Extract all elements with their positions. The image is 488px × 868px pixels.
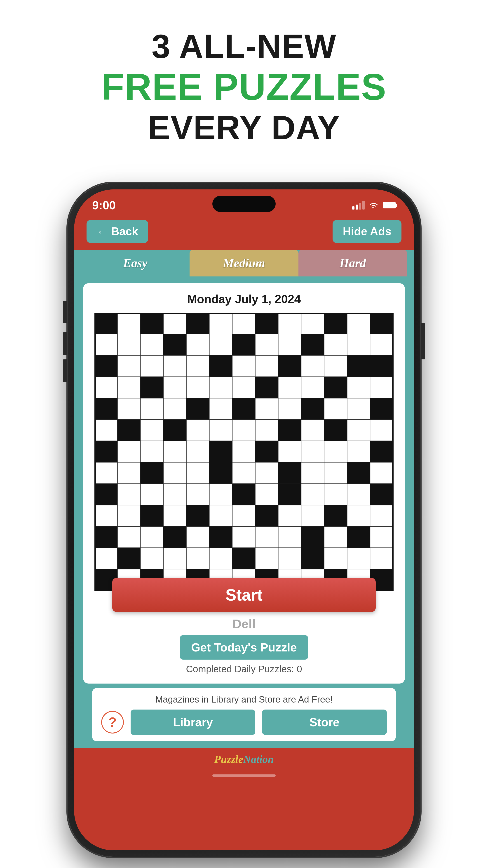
tab-hard[interactable]: Hard bbox=[298, 250, 407, 276]
dynamic-island bbox=[213, 196, 275, 212]
svg-rect-71 bbox=[118, 548, 140, 569]
svg-rect-28 bbox=[255, 313, 278, 334]
hide-ads-button[interactable]: Hide Ads bbox=[332, 220, 401, 243]
nav-bar: ← Back Hide Ads bbox=[74, 214, 414, 250]
bottom-section: Magazines in Library and Store are Ad Fr… bbox=[92, 688, 396, 741]
svg-rect-50 bbox=[94, 441, 118, 463]
svg-rect-40 bbox=[324, 377, 347, 398]
app-footer: PuzzleNation bbox=[74, 748, 414, 770]
svg-rect-60 bbox=[278, 484, 301, 505]
completed-count: Completed Daily Puzzles: 0 bbox=[94, 664, 394, 675]
svg-rect-38 bbox=[140, 377, 163, 398]
phone-mockup: 9:00 ← bbox=[68, 183, 420, 857]
svg-rect-69 bbox=[301, 526, 324, 548]
svg-rect-73 bbox=[301, 548, 324, 569]
svg-rect-26 bbox=[140, 313, 163, 334]
svg-rect-30 bbox=[370, 313, 394, 334]
status-icons bbox=[352, 201, 396, 210]
start-button[interactable]: Start bbox=[112, 578, 376, 612]
svg-rect-31 bbox=[163, 334, 186, 355]
svg-rect-51 bbox=[209, 441, 232, 463]
svg-rect-66 bbox=[94, 526, 118, 548]
svg-rect-63 bbox=[186, 505, 209, 526]
svg-rect-42 bbox=[186, 398, 209, 420]
crossword-svg bbox=[94, 313, 394, 590]
phone-screen: 9:00 ← bbox=[74, 189, 414, 850]
svg-rect-56 bbox=[278, 462, 301, 484]
svg-rect-32 bbox=[232, 334, 255, 355]
svg-rect-44 bbox=[301, 398, 324, 420]
svg-rect-52 bbox=[255, 441, 278, 463]
home-indicator bbox=[74, 770, 414, 781]
phone-shell: 9:00 ← bbox=[68, 183, 420, 857]
tab-easy[interactable]: Easy bbox=[81, 250, 190, 276]
svg-rect-27 bbox=[186, 313, 209, 334]
svg-rect-62 bbox=[140, 505, 163, 526]
svg-rect-48 bbox=[278, 420, 301, 441]
svg-rect-49 bbox=[324, 420, 347, 441]
get-today-puzzle-button[interactable]: Get Today's Puzzle bbox=[180, 635, 308, 659]
svg-rect-65 bbox=[324, 505, 347, 526]
svg-rect-37 bbox=[347, 355, 394, 377]
svg-rect-35 bbox=[209, 355, 232, 377]
svg-rect-67 bbox=[163, 526, 186, 548]
svg-rect-68 bbox=[209, 526, 232, 548]
battery-icon bbox=[383, 202, 396, 209]
headline-line1: 3 ALL-NEW bbox=[101, 27, 387, 66]
home-bar bbox=[213, 774, 275, 777]
svg-rect-29 bbox=[324, 313, 347, 334]
signal-icon bbox=[352, 201, 365, 210]
svg-rect-46 bbox=[118, 420, 140, 441]
svg-rect-57 bbox=[347, 462, 370, 484]
svg-rect-64 bbox=[255, 505, 278, 526]
svg-rect-72 bbox=[232, 548, 255, 569]
svg-rect-70 bbox=[347, 526, 370, 548]
svg-rect-59 bbox=[232, 484, 255, 505]
svg-rect-41 bbox=[94, 398, 118, 420]
svg-rect-43 bbox=[232, 398, 255, 420]
svg-rect-45 bbox=[370, 398, 394, 420]
bottom-buttons: ? Library Store bbox=[101, 710, 387, 735]
puzzle-card: Monday July 1, 2024 bbox=[83, 283, 405, 683]
svg-rect-47 bbox=[163, 420, 186, 441]
svg-rect-53 bbox=[370, 441, 394, 463]
tab-medium[interactable]: Medium bbox=[190, 250, 298, 276]
wifi-icon bbox=[369, 202, 379, 209]
store-button[interactable]: Store bbox=[262, 710, 387, 735]
svg-rect-25 bbox=[94, 313, 118, 334]
crossword-grid bbox=[94, 313, 394, 591]
headline-line3: EVERY DAY bbox=[101, 108, 387, 147]
svg-rect-39 bbox=[255, 377, 278, 398]
svg-rect-61 bbox=[370, 484, 394, 505]
difficulty-tabs: Easy Medium Hard bbox=[74, 250, 414, 276]
svg-rect-55 bbox=[209, 462, 232, 484]
svg-rect-36 bbox=[278, 355, 301, 377]
puzzle-date: Monday July 1, 2024 bbox=[94, 292, 394, 306]
headline-line2: FREE PUZZLES bbox=[101, 66, 387, 108]
svg-rect-33 bbox=[301, 334, 324, 355]
headline-area: 3 ALL-NEW FREE PUZZLES EVERY DAY bbox=[101, 27, 387, 147]
svg-rect-54 bbox=[140, 462, 163, 484]
library-button[interactable]: Library bbox=[131, 710, 255, 735]
publisher-label: Dell bbox=[94, 616, 394, 631]
ad-free-text: Magazines in Library and Store are Ad Fr… bbox=[101, 694, 387, 705]
svg-rect-34 bbox=[94, 355, 118, 377]
puzzle-nation-logo: PuzzleNation bbox=[79, 753, 409, 765]
help-button[interactable]: ? bbox=[101, 711, 124, 734]
main-content: Monday July 1, 2024 bbox=[74, 276, 414, 748]
svg-rect-58 bbox=[94, 484, 118, 505]
back-button[interactable]: ← Back bbox=[87, 220, 148, 243]
status-time: 9:00 bbox=[92, 198, 116, 212]
